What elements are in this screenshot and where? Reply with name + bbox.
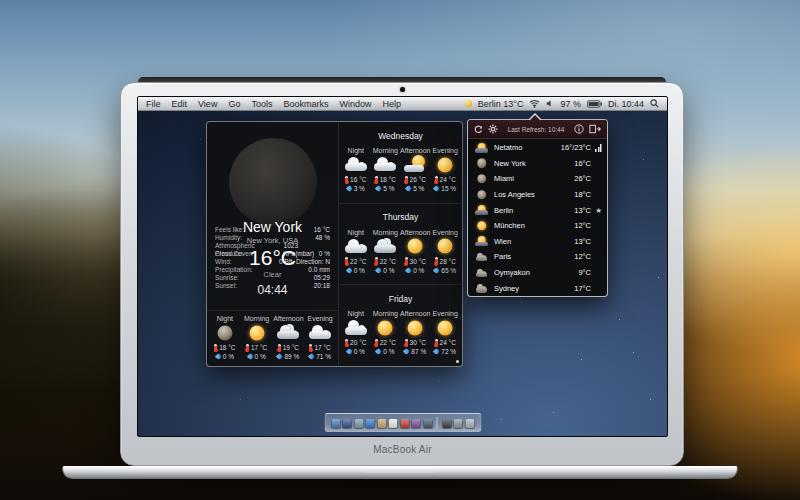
weather-icon (433, 156, 457, 173)
city-list-popover: Last Refresh: 10:44 Netatmo16°/23°C New … (467, 119, 608, 297)
rain-value: 3 % (354, 185, 365, 192)
city-title: New York (207, 219, 338, 235)
raindrop-icon (375, 267, 382, 274)
forecast-cell: Evening24 °C72 % (430, 310, 460, 356)
menu-view[interactable]: View (198, 99, 217, 109)
dock-icon[interactable] (377, 419, 386, 428)
dock-icon[interactable] (343, 419, 352, 428)
clock-label[interactable]: Di. 10:44 (608, 99, 644, 109)
city-temp: 12°C (574, 252, 591, 261)
signal-strength-icon (595, 144, 602, 152)
wifi-icon[interactable] (529, 99, 540, 108)
weather-status-label[interactable]: Berlin 13°C (478, 99, 524, 109)
city-name: Oymyakon (494, 268, 578, 277)
thermometer-icon (405, 176, 408, 184)
rain-value: 0 % (354, 267, 365, 274)
menu-tools[interactable]: Tools (251, 99, 272, 109)
current-temp: 16°C (207, 246, 338, 270)
macbook-brand-label: MacBook Air (137, 444, 668, 455)
weather-icon (475, 173, 488, 184)
city-name: Wien (494, 237, 574, 246)
forecast-cell: Afternoon19 °C89 % (273, 315, 305, 361)
city-row-wien[interactable]: Wien13°C (468, 234, 607, 250)
volume-icon[interactable] (546, 99, 554, 108)
lid-notch (360, 467, 440, 473)
menu-edit[interactable]: Edit (172, 99, 188, 109)
location-header: New York New York, USA 16°C Clear 04:44 (207, 122, 338, 214)
dock-icon[interactable] (354, 419, 363, 428)
menu-bookmarks[interactable]: Bookmarks (283, 99, 328, 109)
forecast-cell: Night20 °C0 % (341, 310, 371, 356)
city-temp: 16°/23°C (561, 143, 591, 152)
dock-icon[interactable] (366, 419, 375, 428)
period-label: Afternoon (400, 229, 430, 236)
city-row-los-angeles[interactable]: Los Angeles18°C (468, 187, 607, 203)
menu-items: File Edit View Go Tools Bookmarks Window… (146, 99, 401, 109)
dock-icon-downloads[interactable] (442, 419, 451, 428)
forecast-cell: Night16 °C3 % (341, 147, 371, 193)
weather-icon (475, 189, 488, 200)
raindrop-icon (433, 185, 440, 192)
city-row-paris[interactable]: Paris12°C (468, 249, 607, 265)
weather-icon (433, 319, 457, 336)
window-resize-handle[interactable] (456, 360, 459, 363)
refresh-icon[interactable] (474, 125, 483, 134)
city-temp: 18°C (574, 190, 591, 199)
city-temp: 16°C (574, 159, 591, 168)
settings-gear-icon[interactable] (488, 124, 498, 134)
dock-icon-trash[interactable] (465, 419, 474, 428)
forecast-cell: Evening24 °C15 % (430, 147, 460, 193)
period-label: Afternoon (273, 315, 305, 322)
city-row-netatmo[interactable]: Netatmo16°/23°C (468, 140, 607, 156)
raindrop-icon (276, 353, 283, 360)
dock-icon[interactable] (454, 419, 463, 428)
temp-value: 28 °C (440, 258, 456, 265)
rain-value: 5 % (383, 185, 394, 192)
forecast-cell: Night18 °C0 % (209, 315, 241, 361)
dock (324, 413, 481, 432)
dock-icon[interactable] (389, 419, 398, 428)
rain-value: 65 % (441, 267, 456, 274)
dock-icon[interactable] (423, 419, 432, 428)
battery-percent[interactable]: 97 % (560, 99, 581, 109)
rain-value: 0 % (223, 353, 234, 360)
popover-arrow-fill (530, 115, 540, 120)
thermometer-icon (435, 339, 438, 347)
weather-icon (344, 156, 368, 173)
temp-value: 22 °C (350, 258, 366, 265)
popover-toolbar: Last Refresh: 10:44 (468, 120, 607, 139)
weather-icon (475, 142, 488, 153)
battery-icon[interactable] (587, 100, 602, 108)
city-row-miami[interactable]: Miami26°C (468, 171, 607, 187)
weather-icon (475, 220, 488, 231)
weather-icon (475, 205, 488, 216)
current-condition: Clear (207, 270, 338, 279)
weather-icon (475, 283, 488, 294)
dock-icon[interactable] (400, 419, 409, 428)
weather-status-icon[interactable] (465, 100, 472, 107)
region-subtitle: New York, USA (207, 236, 338, 245)
dock-icon[interactable] (412, 419, 421, 428)
city-temp: 9°C (578, 268, 591, 277)
spotlight-search-icon[interactable] (650, 99, 659, 108)
menu-go[interactable]: Go (228, 99, 240, 109)
city-row-oymyakon[interactable]: Oymyakon9°C (468, 265, 607, 281)
weather-window: New York New York, USA 16°C Clear 04:44 … (206, 121, 463, 367)
period-label: Evening (430, 147, 460, 154)
temp-value: 18 °C (219, 344, 235, 351)
sign-out-icon[interactable] (589, 124, 601, 134)
thermometer-icon (345, 176, 348, 184)
city-row-new-york[interactable]: New York16°C (468, 156, 607, 172)
menu-file[interactable]: File (146, 99, 161, 109)
city-row-muenchen[interactable]: München12°C (468, 218, 607, 234)
menu-window[interactable]: Window (339, 99, 371, 109)
info-icon[interactable] (574, 124, 584, 134)
dock-icon-finder[interactable] (331, 419, 340, 428)
city-row-sydney[interactable]: Sydney17°C (468, 280, 607, 296)
menu-help[interactable]: Help (382, 99, 401, 109)
rain-value: 71 % (316, 353, 331, 360)
city-name: Netatmo (494, 143, 561, 152)
city-row-berlin[interactable]: Berlin13°C★ (468, 202, 607, 218)
period-label: Evening (304, 315, 336, 322)
temp-value: 30 °C (410, 339, 426, 346)
